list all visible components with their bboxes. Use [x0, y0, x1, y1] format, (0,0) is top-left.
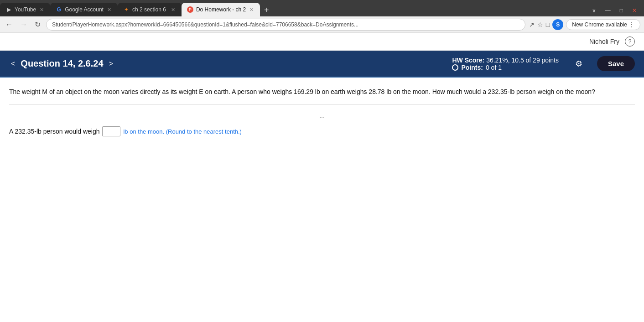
new-chrome-label: New Chrome available — [572, 21, 627, 28]
tab-do-homework-close[interactable]: ✕ — [249, 6, 254, 14]
do-homework-icon: P — [187, 6, 193, 13]
tab-google-account-label: Google Account — [65, 6, 104, 13]
points-label: Points: — [461, 64, 483, 71]
address-bar: ← → ↻ Student/PlayerHomework.aspx?homewo… — [0, 16, 644, 33]
hw-score-label: HW Score: — [452, 57, 484, 64]
window-close[interactable]: ✕ — [628, 6, 640, 15]
next-question-button[interactable]: > — [107, 60, 115, 68]
google-icon: G — [56, 6, 62, 13]
new-chrome-menu-icon: ⋮ — [629, 21, 634, 28]
profile-avatar[interactable]: S — [552, 19, 563, 30]
forward-button[interactable]: → — [18, 20, 29, 30]
question-nav: < Question 14, 2.6.24 > — [9, 58, 115, 69]
address-input[interactable]: Student/PlayerHomework.aspx?homeworkId=6… — [46, 19, 525, 31]
tab-ch2-close[interactable]: ✕ — [170, 6, 176, 14]
tab-do-homework-label: Do Homework - ch 2 — [196, 6, 246, 13]
tab-youtube[interactable]: ▶ YouTube ✕ — [0, 3, 50, 16]
tab-ch2-label: ch 2 section 6 — [132, 6, 167, 13]
save-button[interactable]: Save — [597, 56, 635, 71]
window-expand[interactable]: ∨ — [588, 6, 600, 15]
address-text: Student/PlayerHomework.aspx?homeworkId=6… — [52, 21, 358, 28]
ch2-icon: ✦ — [123, 6, 130, 13]
question-title: Question 14, 2.6.24 — [21, 58, 103, 69]
expand-dots[interactable]: ... — [9, 112, 635, 119]
page-header: Nicholi Fry ? — [0, 33, 644, 51]
bookmark-icon[interactable]: ☆ — [537, 21, 543, 28]
prev-question-button[interactable]: < — [9, 60, 17, 68]
help-button[interactable]: ? — [625, 36, 635, 47]
answer-line: A 232.35-lb person would weigh lb on the… — [9, 125, 635, 138]
tab-ch2-section6[interactable]: ✦ ch 2 section 6 ✕ — [118, 3, 182, 16]
answer-prefix: A 232.35-lb person would weigh — [9, 128, 99, 135]
hw-score-line2: Points: 0 of 1 — [452, 64, 558, 71]
answer-suffix: lb on the moon. (Round to the nearest te… — [123, 128, 241, 135]
new-chrome-button[interactable]: New Chrome available ⋮ — [566, 19, 640, 30]
save-page-icon[interactable]: ↗ — [529, 21, 535, 28]
user-name: Nicholi Fry — [589, 38, 619, 45]
window-minimize[interactable]: — — [602, 6, 614, 15]
new-tab-button[interactable]: + — [260, 4, 273, 16]
points-circle-icon — [452, 64, 458, 71]
hw-score-section: HW Score: 36.21%, 10.5 of 29 points Poin… — [452, 57, 558, 71]
address-icons: ↗ ☆ □ S New Chrome available ⋮ — [529, 19, 640, 30]
help-icon: ? — [628, 38, 632, 45]
tab-do-homework[interactable]: P Do Homework - ch 2 ✕ — [182, 3, 260, 16]
refresh-button[interactable]: ↻ — [33, 19, 42, 30]
window-controls: ∨ — □ ✕ — [588, 6, 644, 16]
points-value: 0 of 1 — [486, 64, 502, 71]
back-button[interactable]: ← — [4, 20, 15, 30]
square-icon[interactable]: □ — [546, 21, 550, 28]
window-restore[interactable]: □ — [616, 6, 627, 15]
settings-icon[interactable]: ⚙ — [575, 59, 582, 69]
tab-google-account-close[interactable]: ✕ — [106, 6, 112, 14]
question-separator — [9, 104, 635, 104]
question-header: < Question 14, 2.6.24 > HW Score: 36.21%… — [0, 51, 644, 77]
tab-youtube-label: YouTube — [15, 6, 36, 13]
answer-input[interactable] — [102, 126, 120, 136]
hw-score-line1: HW Score: 36.21%, 10.5 of 29 points — [452, 57, 558, 64]
hw-score-value: 36.21%, 10.5 of 29 points — [486, 57, 559, 64]
tab-google-account[interactable]: G Google Account ✕ — [50, 3, 118, 16]
browser-window: ▶ YouTube ✕ G Google Account ✕ ✦ ch 2 se… — [0, 0, 644, 322]
tab-bar: ▶ YouTube ✕ G Google Account ✕ ✦ ch 2 se… — [0, 0, 644, 16]
tab-youtube-close[interactable]: ✕ — [39, 6, 45, 14]
page-content: Nicholi Fry ? < Question 14, 2.6.24 > HW… — [0, 33, 644, 322]
question-body: The weight M of an object on the moon va… — [0, 78, 644, 143]
youtube-icon: ▶ — [5, 6, 12, 13]
question-text: The weight M of an object on the moon va… — [9, 87, 602, 97]
